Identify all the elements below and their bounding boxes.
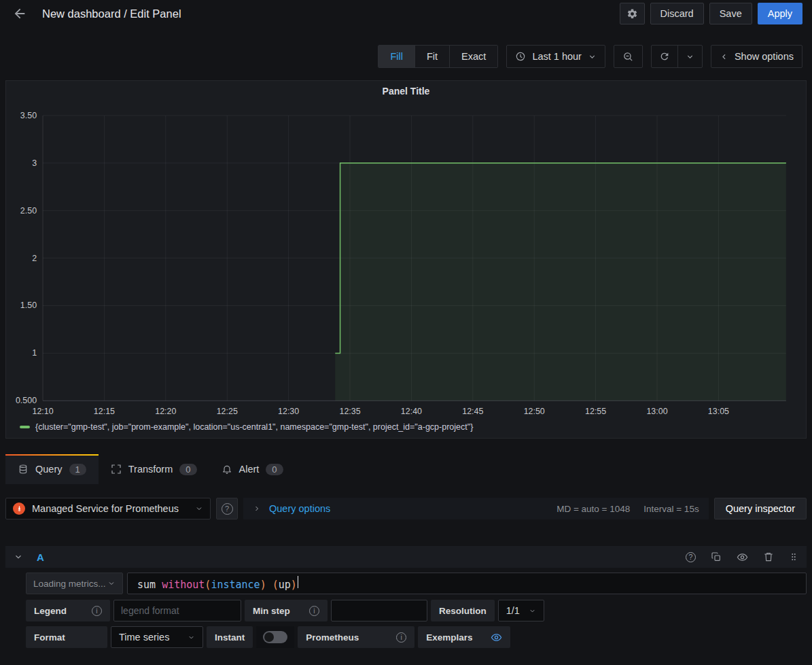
query-row-header: A ?	[5, 546, 807, 568]
svg-text:13:00: 13:00	[646, 407, 667, 416]
bell-icon	[222, 464, 232, 475]
query-inspector-button[interactable]: Query inspector	[714, 498, 807, 519]
legend-swatch	[20, 426, 30, 428]
header-bar: New dashboard / Edit Panel Discard Save …	[0, 0, 812, 27]
display-mode-fill[interactable]: Fill	[378, 46, 415, 67]
panel-preview: Panel Title 0.50011.5022.5033.5012:1012:…	[5, 80, 807, 439]
zoom-out-icon	[622, 51, 634, 63]
time-range-label: Last 1 hour	[532, 51, 582, 62]
chevron-left-icon	[720, 52, 728, 61]
svg-text:2.50: 2.50	[20, 206, 37, 216]
query-options-line-1: Legend i Min step i Resolution 1/1	[26, 600, 807, 621]
tab-alert[interactable]: Alert 0	[209, 454, 296, 484]
duplicate-query-icon[interactable]	[711, 551, 722, 562]
help-icon: ?	[222, 503, 233, 515]
metrics-dropdown[interactable]: Loading metrics...	[26, 573, 123, 594]
resolution-select[interactable]: 1/1	[498, 600, 544, 621]
chevron-down-icon	[188, 634, 195, 641]
query-options-meta: MD = auto = 1048 Interval = 15s	[557, 504, 699, 514]
tab-alert-label: Alert	[239, 464, 260, 475]
query-options-toggle[interactable]: Query options MD = auto = 1048 Interval …	[243, 498, 709, 519]
editor-tab-bar: Query 1 Transform 0 Alert 0	[5, 454, 807, 484]
hide-query-eye-icon[interactable]	[737, 551, 748, 563]
info-icon: i	[309, 606, 319, 616]
legend-series-label[interactable]: {cluster="gmp-test", job="prom-example",…	[35, 422, 473, 432]
collapse-chevron-icon[interactable]	[14, 552, 23, 562]
panel-settings-button[interactable]	[620, 3, 645, 24]
display-mode-group: Fill Fit Exact	[378, 45, 498, 68]
apply-button[interactable]: Apply	[758, 3, 802, 24]
zoom-out-button[interactable]	[614, 45, 643, 68]
exemplars-field: Exemplars	[418, 626, 510, 648]
show-options-button[interactable]: Show options	[711, 45, 802, 68]
resolution-label-text: Resolution	[439, 606, 487, 616]
svg-text:12:25: 12:25	[217, 407, 238, 416]
exemplars-eye-icon[interactable]	[491, 632, 502, 643]
exemplars-label-text: Exemplars	[426, 632, 472, 643]
promql-code: sum without(instance) (up)	[137, 576, 298, 591]
info-icon: i	[396, 632, 406, 643]
query-options-line-2: Format Time series Instant Prometheus i …	[26, 626, 807, 648]
svg-text:12:40: 12:40	[401, 407, 422, 416]
time-range-picker[interactable]: Last 1 hour	[506, 45, 605, 68]
resolution-value: 1/1	[506, 605, 520, 616]
save-button[interactable]: Save	[709, 3, 752, 24]
refresh-group	[651, 45, 703, 68]
min-step-field-label: Min step i	[245, 600, 328, 621]
instant-field-label: Instant	[207, 626, 253, 648]
svg-text:1.50: 1.50	[20, 301, 37, 310]
datasource-picker[interactable]: Managed Service for Prometheus	[5, 498, 211, 519]
timeseries-plot[interactable]: 0.50011.5022.5033.5012:1012:1512:2012:25…	[6, 101, 806, 416]
resolution-field-label: Resolution	[431, 600, 495, 621]
format-field-label: Format	[26, 626, 107, 648]
tab-query-count: 1	[69, 464, 86, 475]
panel-title: Panel Title	[6, 81, 806, 101]
query-row-actions: ?	[686, 551, 798, 563]
display-mode-exact[interactable]: Exact	[450, 46, 497, 67]
svg-text:13:05: 13:05	[708, 407, 729, 416]
info-icon: i	[92, 606, 102, 616]
database-icon	[18, 464, 29, 475]
datasource-help-button[interactable]: ?	[216, 498, 238, 519]
svg-text:12:55: 12:55	[585, 407, 606, 416]
clock-icon	[515, 51, 526, 62]
toggle-knob	[264, 632, 274, 642]
delete-query-trash-icon[interactable]	[763, 551, 774, 562]
instant-toggle[interactable]	[256, 626, 294, 648]
query-help-icon[interactable]: ?	[686, 552, 696, 562]
promql-code-editor[interactable]: sum without(instance) (up)	[127, 573, 807, 594]
query-options-label: Query options	[269, 503, 330, 514]
refresh-interval-dropdown[interactable]	[677, 46, 702, 67]
tab-query[interactable]: Query 1	[5, 454, 99, 484]
tab-transform-label: Transform	[128, 464, 173, 475]
chevron-down-icon	[686, 52, 694, 61]
svg-text:3.50: 3.50	[20, 111, 37, 120]
tab-transform[interactable]: Transform 0	[99, 454, 209, 484]
legend-label-text: Legend	[34, 606, 67, 616]
datasource-row: Managed Service for Prometheus ? Query o…	[5, 498, 807, 519]
prometheus-icon	[13, 502, 25, 515]
svg-text:12:35: 12:35	[339, 407, 360, 416]
chart-legend: {cluster="gmp-test", job="prom-example",…	[6, 416, 806, 438]
svg-text:3: 3	[32, 158, 37, 168]
refresh-icon	[659, 51, 670, 62]
display-mode-fit[interactable]: Fit	[415, 46, 450, 67]
format-label-text: Format	[34, 632, 65, 643]
min-step-input[interactable]	[331, 600, 427, 621]
legend-field-label: Legend i	[26, 600, 110, 621]
legend-format-input[interactable]	[113, 600, 241, 621]
back-button[interactable]	[11, 5, 29, 22]
discard-button[interactable]: Discard	[650, 3, 704, 24]
prometheus-type-label: Prometheus i	[298, 626, 414, 648]
svg-text:12:45: 12:45	[462, 407, 483, 416]
gear-icon	[626, 8, 638, 20]
svg-text:12:50: 12:50	[524, 407, 545, 416]
format-select[interactable]: Time series	[111, 626, 203, 648]
instant-label-text: Instant	[215, 632, 245, 643]
toggle-track	[263, 631, 287, 643]
svg-text:12:15: 12:15	[94, 407, 115, 416]
refresh-button[interactable]	[652, 46, 677, 67]
drag-handle-icon[interactable]	[789, 551, 798, 562]
format-value: Time series	[119, 632, 169, 643]
svg-text:1: 1	[32, 348, 37, 358]
